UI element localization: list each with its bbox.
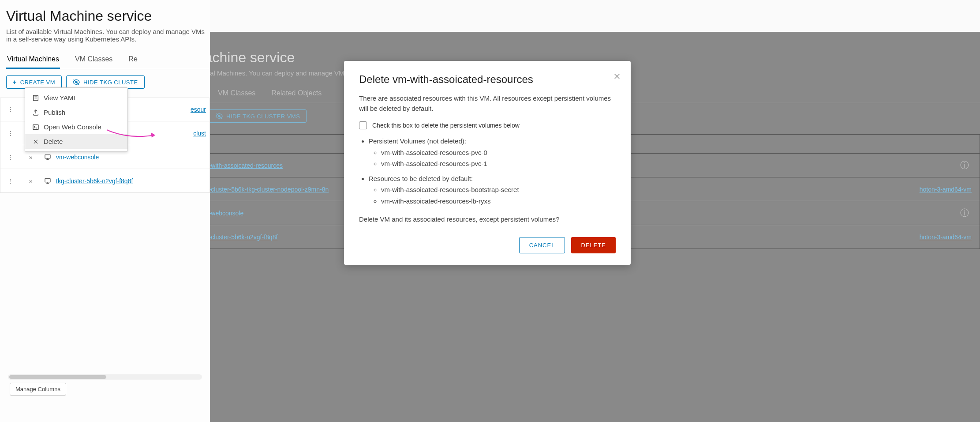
dialog-close-button[interactable]	[613, 72, 621, 80]
horizontal-scrollbar[interactable]	[8, 374, 202, 380]
expand-row-icon[interactable]: »	[21, 177, 41, 185]
svg-rect-25	[33, 124, 38, 129]
image-link[interactable]: hoton-3-amd64-vm	[920, 186, 972, 193]
delete-pv-checkbox[interactable]	[359, 121, 367, 129]
vm-icon	[41, 177, 54, 185]
dialog-confirm-text: Delete VM and its associated resources, …	[359, 215, 616, 225]
menu-publish[interactable]: Publish	[25, 105, 127, 120]
terminal-icon	[32, 124, 39, 131]
upload-icon	[32, 109, 39, 116]
tab-vm-classes[interactable]: VM Classes	[217, 89, 256, 103]
svg-rect-16	[45, 154, 50, 158]
vm-name-link[interactable]: vm-with-assoicated-resources	[201, 162, 283, 169]
menu-open-web-console[interactable]: Open Web Console	[25, 120, 127, 134]
pv-item: vm-with-assoicated-resources-pvc-1	[381, 158, 616, 170]
dialog-title: Delete vm-with-assoicated-resources	[359, 73, 616, 86]
create-vm-label: CREATE VM	[20, 79, 55, 86]
vm-name-link[interactable]: tkg-cluster-5b6k-n2vgf-f8q8f	[56, 177, 133, 185]
row-actions-menu[interactable]: ⋮	[0, 130, 21, 137]
vm-name-link-truncated[interactable]: clust	[193, 130, 206, 137]
row-actions-menu[interactable]: ⋮	[0, 177, 21, 185]
create-vm-button[interactable]: + CREATE VM	[6, 75, 62, 89]
tab-virtual-machines[interactable]: Virtual Machines	[6, 55, 60, 69]
menu-label: Publish	[44, 109, 65, 116]
dialog-cancel-button[interactable]: CANCEL	[519, 237, 565, 253]
tab-vm-classes[interactable]: VM Classes	[74, 55, 113, 69]
vm-icon	[41, 154, 54, 161]
hide-tkg-button[interactable]: HIDE TKG CLUSTER VMS	[209, 109, 307, 123]
pv-item: vm-with-assoicated-resources-pvc-0	[381, 147, 616, 158]
delete-vm-dialog: Delete vm-with-assoicated-resources Ther…	[344, 61, 631, 265]
resource-item: vm-with-assoicated-resources-lb-ryxs	[381, 196, 616, 207]
row-actions-menu[interactable]: ⋮	[0, 154, 21, 161]
tab-bar: Virtual Machines VM Classes Re	[0, 43, 210, 69]
vm-name-link[interactable]: tkg-cluster-5b6k-n2vgf-f8q8f	[201, 234, 277, 241]
close-icon	[32, 138, 39, 145]
vm-name-link[interactable]: vm-webconsole	[56, 154, 99, 161]
info-icon[interactable]: ⓘ	[960, 207, 969, 219]
dialog-delete-button[interactable]: DELETE	[571, 237, 616, 253]
info-icon[interactable]: ⓘ	[960, 159, 969, 171]
page-subtitle: List of available Virtual Machines. You …	[0, 28, 210, 43]
menu-label: Delete	[44, 138, 63, 145]
checkbox-label: Check this box to delete the persistent …	[372, 122, 520, 129]
resource-item: vm-with-assoicated-resources-bootstrap-s…	[381, 184, 616, 196]
tab-related-objects[interactable]: Related Objects	[270, 89, 322, 103]
dialog-intro-text: There are associated resources with this…	[359, 94, 616, 113]
menu-label: View YAML	[44, 94, 77, 102]
tab-related-objects-truncated[interactable]: Re	[127, 55, 138, 69]
resource-list-header: Resources to be deleted by default:	[369, 173, 616, 185]
document-icon	[32, 94, 39, 102]
menu-delete[interactable]: Delete	[25, 134, 127, 149]
manage-columns-button[interactable]: Manage Columns	[10, 383, 66, 396]
menu-label: Open Web Console	[44, 123, 101, 131]
pv-list-header: Persistent Volumes (not deleted):	[369, 136, 616, 147]
row-context-menu: View YAML Publish Open Web Console Delet…	[25, 87, 128, 152]
table-row: ⋮ » tkg-cluster-5b6k-n2vgf-f8q8f	[0, 169, 210, 193]
vm-name-link[interactable]: tkg-cluster-5b6k-tkg-cluster-nodepool-z9…	[201, 186, 329, 193]
hide-tkg-button[interactable]: HIDE TKG CLUSTE	[66, 75, 145, 89]
row-actions-menu[interactable]: ⋮	[0, 106, 21, 113]
hide-tkg-label-truncated: HIDE TKG CLUSTE	[83, 79, 138, 86]
image-link[interactable]: hoton-3-amd64-vm	[920, 234, 972, 241]
menu-view-yaml[interactable]: View YAML	[25, 90, 127, 105]
plus-icon: +	[13, 79, 17, 86]
svg-rect-19	[45, 178, 50, 182]
foreground-app: Virtual Machine service List of availabl…	[0, 0, 210, 422]
hide-tkg-label: HIDE TKG CLUSTER VMS	[226, 113, 300, 120]
eye-off-icon	[216, 113, 223, 120]
page-title: Virtual Machine service	[0, 0, 210, 28]
eye-off-icon	[73, 79, 80, 86]
vm-name-link-truncated[interactable]: esour	[191, 106, 206, 113]
expand-row-icon[interactable]: »	[21, 154, 41, 161]
